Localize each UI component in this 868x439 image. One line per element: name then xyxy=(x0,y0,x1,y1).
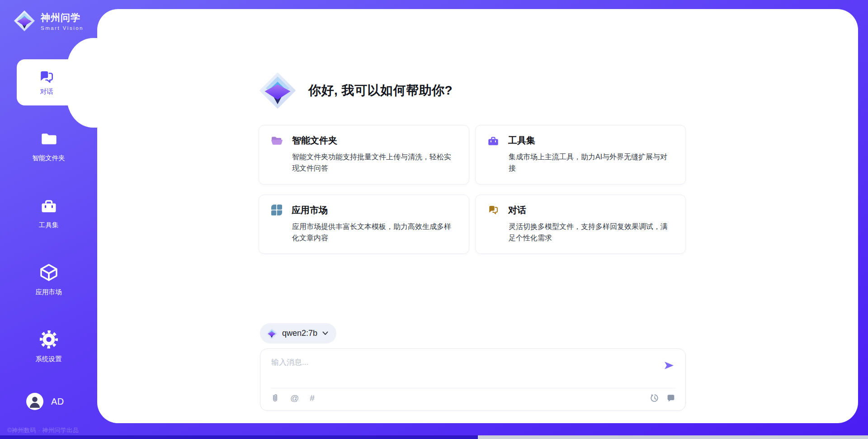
chat-bubbles-icon xyxy=(38,69,55,85)
sidebar-item-label: 对话 xyxy=(40,87,53,96)
sidebar-item-toolset[interactable]: 工具集 xyxy=(0,197,97,229)
sidebar-item-label: 应用市场 xyxy=(0,288,97,296)
folder-icon xyxy=(39,130,58,148)
gear-icon xyxy=(39,329,59,349)
card-description: 应用市场提供丰富长文本模板，助力高效生成多样化文章内容 xyxy=(292,221,457,244)
app-tagline: Smart Vision xyxy=(41,25,84,31)
sidebar-item-label: 系统设置 xyxy=(0,355,97,363)
toolbox-icon xyxy=(39,197,58,215)
sidebar-item-label: 工具集 xyxy=(0,221,97,229)
paperclip-icon xyxy=(270,393,279,403)
card-title: 对话 xyxy=(508,204,526,216)
sidebar-item-app-market[interactable]: 应用市场 xyxy=(0,262,97,296)
history-button[interactable] xyxy=(650,394,659,403)
send-button[interactable] xyxy=(663,360,675,371)
avatar xyxy=(26,393,43,410)
message-composer: @ # xyxy=(260,348,686,411)
folder-open-icon xyxy=(271,135,283,146)
card-description: 智能文件夹功能支持批量文件上传与清洗，轻松实现文件问答 xyxy=(292,151,457,174)
card-smart-folder[interactable]: 智能文件夹 智能文件夹功能支持批量文件上传与清洗，轻松实现文件问答 xyxy=(259,125,469,185)
greeting-block: 你好, 我可以如何帮助你? xyxy=(259,72,453,110)
cube-icon xyxy=(39,262,59,282)
hero-gem-icon xyxy=(259,72,297,110)
card-app-market[interactable]: 应用市场 应用市场提供丰富长文本模板，助力高效生成多样化文章内容 xyxy=(259,195,469,254)
app-grid-icon xyxy=(271,204,283,216)
history-icon xyxy=(650,394,659,403)
sidebar-item-chat[interactable]: 对话 xyxy=(17,59,76,105)
card-title: 应用市场 xyxy=(292,204,328,216)
app-title: 神州问学 xyxy=(41,11,84,24)
attachment-button[interactable] xyxy=(270,393,279,403)
chat-bubble-icon xyxy=(666,394,675,402)
user-initials: AD xyxy=(51,396,64,407)
sidebar-item-settings[interactable]: 系统设置 xyxy=(0,329,97,363)
composer-toolbar: @ # xyxy=(270,393,675,403)
composer-divider xyxy=(270,388,675,388)
horizontal-scrollbar[interactable] xyxy=(0,435,868,439)
card-title: 智能文件夹 xyxy=(292,134,337,147)
message-input[interactable] xyxy=(270,356,634,383)
card-description: 灵活切换多模型文件，支持多样回复效果调试，满足个性化需求 xyxy=(509,221,674,244)
brand-gem-icon xyxy=(14,10,35,32)
card-description: 集成市场上主流工具，助力AI与外界无缝扩展与对接 xyxy=(509,151,674,174)
feature-cards: 智能文件夹 智能文件夹功能支持批量文件上传与清洗，轻松实现文件问答 工具集 集成… xyxy=(259,125,686,254)
model-gem-icon xyxy=(266,328,278,339)
copyright-footer: ©神州数码 · 神州问学出品 xyxy=(7,426,79,434)
topic-button[interactable]: # xyxy=(310,394,315,402)
chat-bubbles-icon xyxy=(487,205,499,215)
page-title: 你好, 我可以如何帮助你? xyxy=(308,82,453,99)
sidebar-item-label: 智能文件夹 xyxy=(0,154,97,162)
mention-button[interactable]: @ xyxy=(290,394,299,402)
send-icon xyxy=(663,360,675,371)
card-title: 工具集 xyxy=(508,134,535,147)
card-chat[interactable]: 对话 灵活切换多模型文件，支持多样回复效果调试，满足个性化需求 xyxy=(475,195,686,254)
sidebar-item-smart-folder[interactable]: 智能文件夹 xyxy=(0,130,97,162)
model-name: qwen2:7b xyxy=(282,329,317,338)
user-account[interactable]: AD xyxy=(0,393,97,410)
toolbox-icon xyxy=(487,135,499,146)
scrollbar-thumb[interactable] xyxy=(0,435,478,439)
sidebar: 神州问学 Smart Vision 对话 智能文件夹 工具集 xyxy=(0,0,97,439)
model-selector[interactable]: qwen2:7b xyxy=(260,323,336,344)
conversations-button[interactable] xyxy=(666,394,675,402)
chevron-down-icon xyxy=(322,331,328,335)
app-logo: 神州问学 Smart Vision xyxy=(14,10,84,32)
card-toolset[interactable]: 工具集 集成市场上主流工具，助力AI与外界无缝扩展与对接 xyxy=(475,125,686,185)
